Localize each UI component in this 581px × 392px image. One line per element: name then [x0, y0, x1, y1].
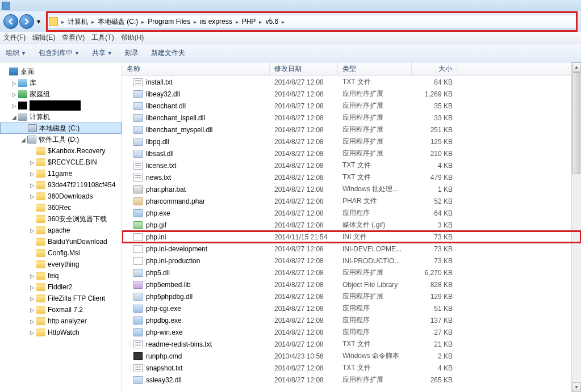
expand-icon[interactable]: ▷ — [30, 171, 35, 176]
tree-item[interactable]: ▷ 93de47f2119108cf454 — [0, 179, 122, 191]
menu-file[interactable]: 文件(F) — [3, 33, 26, 43]
tree-item[interactable]: ◢ 软件工具 (D:) — [0, 134, 122, 145]
chevron-right-icon[interactable]: ▸ — [140, 19, 145, 25]
tree-item[interactable]: 桌面 — [0, 66, 122, 77]
menu-view[interactable]: 查看(V) — [62, 33, 85, 43]
tree-item[interactable]: ▷ — [0, 100, 122, 111]
expand-icon[interactable]: ▷ — [30, 318, 35, 324]
file-row[interactable]: libeay32.dll 2014/8/27 12:08 应用程序扩展 1,26… — [122, 88, 581, 100]
file-row[interactable]: license.txt 2014/8/27 12:08 TXT 文件 4 KB — [122, 159, 581, 171]
file-row[interactable]: libenchant_ispell.dll 2014/8/27 12:08 应用… — [122, 112, 581, 124]
file-row[interactable]: php.ini-production 2014/8/27 12:08 INI-P… — [122, 255, 581, 267]
file-row[interactable]: php.gif 2014/8/27 12:08 媒体文件 (.gif) 3 KB — [122, 219, 581, 231]
file-row[interactable]: news.txt 2014/8/27 12:08 TXT 文件 479 KB — [122, 171, 581, 183]
expand-icon[interactable]: ▷ — [30, 273, 35, 279]
column-name[interactable]: 名称 — [122, 62, 270, 75]
tree-item[interactable]: 360安全浏览器下载 — [0, 213, 122, 225]
toolbar-share[interactable]: 共享▼ — [92, 48, 112, 58]
file-row[interactable]: php5embed.lib 2014/8/27 12:08 Object Fil… — [122, 279, 581, 290]
expand-icon[interactable]: ▷ — [30, 296, 35, 301]
toolbar-newfolder[interactable]: 新建文件夹 — [151, 48, 185, 58]
tree-item[interactable]: ▷ 家庭组 — [0, 88, 122, 100]
breadcrumb[interactable]: ▸计算机▸本地磁盘 (C:)▸Program Files▸iis express… — [46, 15, 578, 28]
chevron-right-icon[interactable]: ▸ — [258, 19, 263, 25]
file-row[interactable]: readme-redist-bins.txt 2014/8/27 12:08 T… — [122, 338, 581, 350]
chevron-right-icon[interactable]: ▸ — [60, 19, 65, 25]
file-row[interactable]: snapshot.txt 2014/8/27 12:08 TXT 文件 4 KB — [122, 362, 581, 374]
toolbar-burn[interactable]: 刻录 — [125, 48, 139, 58]
expand-icon[interactable] — [30, 148, 35, 154]
expand-icon[interactable]: ▷ — [30, 182, 35, 188]
tree-item[interactable]: ▷ HttpWatch — [0, 327, 122, 338]
tree-item[interactable]: ▷ Foxmail 7.2 — [0, 304, 122, 315]
back-button[interactable] — [3, 14, 18, 29]
file-row[interactable]: pharcommand.phar 2014/8/27 12:08 PHAR 文件… — [122, 195, 581, 207]
breadcrumb-segment[interactable]: 计算机 — [65, 17, 90, 27]
column-size[interactable]: 大小 — [412, 62, 457, 75]
expand-icon[interactable] — [30, 205, 35, 210]
expand-icon[interactable]: ▷ — [11, 103, 17, 108]
tree-item[interactable]: ▷ Fiddler2 — [0, 281, 122, 293]
chevron-right-icon[interactable]: ▸ — [193, 19, 198, 25]
expand-icon[interactable] — [30, 239, 35, 245]
toolbar-organize[interactable]: 组织▼ — [6, 48, 26, 58]
expand-icon[interactable]: ◢ — [11, 114, 17, 120]
expand-icon[interactable] — [30, 216, 35, 222]
menu-edit[interactable]: 编辑(E) — [32, 33, 55, 43]
expand-icon[interactable]: ▷ — [30, 193, 35, 199]
tree-item[interactable]: 360Rec — [0, 202, 122, 213]
tree-item[interactable]: ▷ 库 — [0, 77, 122, 88]
column-date[interactable]: 修改日期 — [270, 62, 338, 75]
breadcrumb-segment[interactable]: Program Files — [145, 18, 193, 26]
menu-tools[interactable]: 工具(T) — [91, 33, 114, 43]
file-row[interactable]: php-cgi.exe 2014/8/27 12:08 应用程序 51 KB — [122, 302, 581, 314]
expand-icon[interactable]: ▷ — [11, 91, 17, 97]
file-row[interactable]: phpdbg.exe 2014/8/27 12:08 应用程序 137 KB — [122, 314, 581, 326]
vertical-scrollbar[interactable]: ▲ ▼ — [571, 62, 581, 392]
expand-icon[interactable]: ▷ — [11, 80, 17, 86]
file-row[interactable]: php5phpdbg.dll 2014/8/27 12:08 应用程序扩展 12… — [122, 290, 581, 302]
file-row[interactable]: libsasl.dll 2014/8/27 12:08 应用程序扩展 210 K… — [122, 147, 581, 159]
file-row[interactable]: phar.phar.bat 2014/8/27 12:08 Windows 批处… — [122, 183, 581, 195]
scroll-down-button[interactable]: ▼ — [572, 382, 581, 392]
history-dropdown-icon[interactable]: ▾ — [35, 14, 41, 29]
scroll-thumb[interactable] — [572, 72, 580, 174]
file-row[interactable]: php.ini-development 2014/8/27 12:08 INI-… — [122, 243, 581, 255]
expand-icon[interactable] — [2, 69, 8, 74]
expand-icon[interactable] — [30, 262, 35, 267]
file-row[interactable]: php5.dll 2014/8/27 12:08 应用程序扩展 6,270 KB — [122, 267, 581, 279]
file-row[interactable]: libenchant.dll 2014/8/27 12:08 应用程序扩展 35… — [122, 100, 581, 112]
chevron-right-icon[interactable]: ▸ — [235, 19, 240, 25]
expand-icon[interactable]: ▷ — [30, 159, 35, 165]
file-row[interactable]: runphp.cmd 2013/4/23 10:56 Windows 命令脚本 … — [122, 350, 581, 362]
scroll-up-button[interactable]: ▲ — [572, 62, 581, 72]
tree-item[interactable]: ▷ $RECYCLE.BIN — [0, 157, 122, 168]
tree-item[interactable]: Config.Msi — [0, 247, 122, 259]
expand-icon[interactable]: ▷ — [30, 307, 35, 313]
sidebar-tree[interactable]: 桌面 ▷ 库 ▷ 家庭组 ▷ ◢ 计算机 — [0, 62, 122, 392]
chevron-right-icon[interactable]: ▸ — [281, 19, 286, 25]
toolbar-include[interactable]: 包含到库中▼ — [39, 48, 80, 58]
tree-item[interactable]: everything — [0, 259, 122, 270]
expand-icon[interactable]: ◢ — [20, 137, 26, 142]
tree-item[interactable]: ▷ 360Downloads — [0, 191, 122, 202]
file-row[interactable]: libpq.dll 2014/8/27 12:08 应用程序扩展 125 KB — [122, 136, 581, 147]
file-row[interactable]: install.txt 2014/8/27 12:08 TXT 文件 84 KB — [122, 76, 581, 88]
menu-help[interactable]: 帮助(H) — [121, 33, 144, 43]
tree-item[interactable]: ▷ apache — [0, 225, 122, 236]
expand-icon[interactable] — [30, 250, 35, 256]
breadcrumb-segment[interactable]: v5.6 — [263, 18, 281, 26]
expand-icon[interactable]: ▷ — [30, 330, 35, 335]
file-row[interactable]: php-win.exe 2014/8/27 12:08 应用程序 27 KB — [122, 326, 581, 338]
chevron-right-icon[interactable]: ▸ — [90, 19, 95, 25]
file-row[interactable]: php.ini 2014/11/15 21:54 INI 文件 73 KB — [122, 231, 581, 243]
breadcrumb-segment[interactable]: 本地磁盘 (C:) — [95, 17, 140, 27]
tree-item[interactable]: ▷ 11game — [0, 168, 122, 179]
tree-item[interactable]: ▷ feiq — [0, 270, 122, 281]
tree-item[interactable]: ▷ FileZilla FTP Client — [0, 293, 122, 304]
tree-item[interactable]: $Kanbox.Recovery — [0, 145, 122, 157]
tree-item[interactable]: 本地磁盘 (C:) — [0, 123, 122, 134]
file-row[interactable]: php.exe 2014/8/27 12:08 应用程序 64 KB — [122, 207, 581, 219]
tree-item[interactable]: ◢ 计算机 — [0, 111, 122, 123]
breadcrumb-segment[interactable]: iis express — [198, 18, 235, 26]
